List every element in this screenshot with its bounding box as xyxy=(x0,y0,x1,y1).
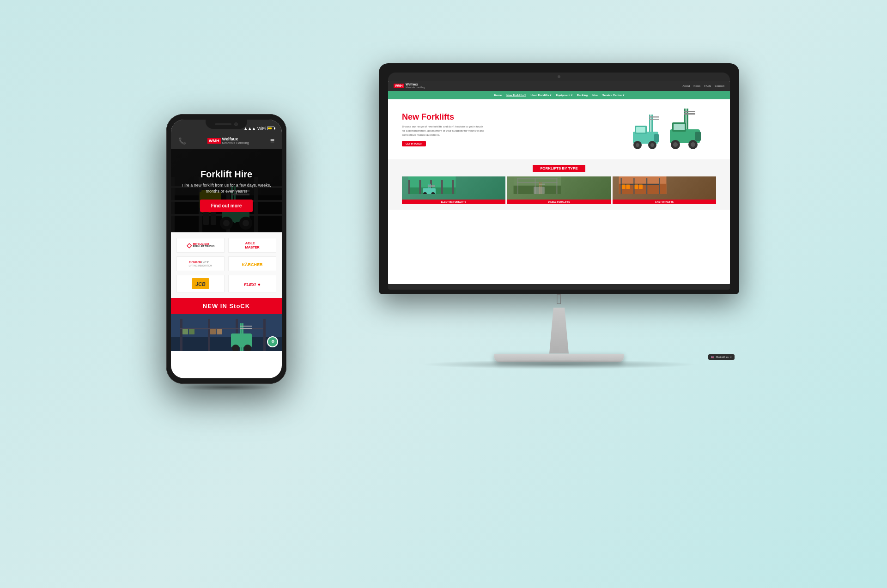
svg-rect-14 xyxy=(649,116,659,118)
iphone-speaker xyxy=(215,123,231,125)
mobile-hero-title: Forklift Hire xyxy=(200,169,252,180)
mobile-logo-sub: Materials Handling xyxy=(222,141,249,145)
site-topbar: WMH Welfaux Materials Handling About New… xyxy=(388,81,730,91)
svg-rect-42 xyxy=(517,178,518,194)
svg-rect-6 xyxy=(674,124,685,130)
mobile-logo: WMH Welfaux Materials Handling xyxy=(207,137,249,145)
nav-racking[interactable]: Racking xyxy=(577,94,588,97)
svg-rect-59 xyxy=(626,184,630,189)
iphone-device: ▲▲▲ WiFi 📞 WMH Welfaux Materials H xyxy=(166,114,286,391)
nav-home[interactable]: Home xyxy=(494,94,502,97)
site-topnav: About News FAQs Contact xyxy=(683,85,724,87)
topnav-contact[interactable]: Contact xyxy=(715,85,724,87)
mobile-logo-name: Welfaux xyxy=(222,137,249,141)
electric-forklifts-card[interactable]: ELECTRIC FORKLIFTS xyxy=(402,176,505,204)
brand-combilift: COMBiLIFT LIFTING INNOVATION xyxy=(176,256,225,271)
wifi-icon: WiFi xyxy=(257,126,266,131)
mitsubishi-logo: ◇ MITSUBISHI FORKLIFT TRUCKS xyxy=(187,242,215,249)
brand-flexi: FLEXI ● xyxy=(228,275,276,292)
site-logo-area: WMH Welfaux Materials Handling xyxy=(394,83,425,89)
notification-icon: ⚙ xyxy=(271,339,274,344)
svg-rect-18 xyxy=(636,127,645,133)
svg-rect-23 xyxy=(654,134,659,142)
imac-screen: WMH Welfaux Materials Handling About New… xyxy=(388,81,730,284)
svg-point-8 xyxy=(673,142,678,147)
topnav-news[interactable]: News xyxy=(693,85,700,87)
imac-shadow xyxy=(420,360,698,369)
topnav-about[interactable]: About xyxy=(683,85,690,87)
forklifts-grid: ELECTRIC FORKLIFTS xyxy=(402,176,716,204)
battery-icon xyxy=(267,127,274,130)
nav-service[interactable]: Service Centre ▾ xyxy=(602,93,624,97)
imac-bezel-top xyxy=(388,73,730,81)
nav-used-forklifts[interactable]: Used Forklifts ▾ xyxy=(530,93,551,97)
aisle-master-logo: AISLE MASTER xyxy=(245,241,260,249)
mobile-logo-text-area: Welfaux Materials Handling xyxy=(222,137,249,145)
svg-rect-26 xyxy=(408,180,410,194)
svg-rect-27 xyxy=(419,180,421,194)
mobile-hero-desc: Hire a new forklift from us for a few da… xyxy=(180,182,273,194)
nav-new-forklifts[interactable]: New Forklifts ▾ xyxy=(506,93,526,97)
svg-point-10 xyxy=(691,142,695,147)
site-logo-text-area: Welfaux Materials Handling xyxy=(406,83,425,89)
mobile-hero: Forklift Hire Hire a new forklift from u… xyxy=(171,149,282,232)
svg-rect-96 xyxy=(182,329,188,334)
signal-icon: ▲▲▲ xyxy=(243,126,256,131)
site-hero-image xyxy=(628,102,721,157)
mobile-hero-overlay: Forklift Hire Hire a new forklift from u… xyxy=(171,149,282,232)
diesel-forklift-img xyxy=(507,176,567,194)
svg-rect-89 xyxy=(180,319,182,351)
brand-jcb: JCB xyxy=(176,275,225,292)
mobile-find-out-btn[interactable]: Find out more xyxy=(200,200,253,212)
jcb-logo: JCB xyxy=(192,278,209,289)
svg-rect-90 xyxy=(208,319,210,351)
nav-equipment[interactable]: Equipment ▾ xyxy=(556,93,572,97)
section-title: FORKLIFTS BY TYPE xyxy=(533,165,585,172)
nav-hire[interactable]: Hire xyxy=(592,94,598,97)
svg-rect-29 xyxy=(441,180,443,194)
flexi-logo: FLEXI ● xyxy=(244,279,261,288)
mobile-menu-icon[interactable]: ≡ xyxy=(270,137,274,145)
site-logo-wmh: WMH xyxy=(394,84,404,88)
svg-point-22 xyxy=(650,143,654,147)
svg-rect-103 xyxy=(240,328,252,329)
imac-chin xyxy=(388,284,730,290)
brand-aisle-master: AISLE MASTER xyxy=(228,238,276,253)
svg-rect-15 xyxy=(649,119,659,120)
svg-rect-54 xyxy=(659,178,660,194)
mobile-logo-wmh: WMH xyxy=(207,138,221,144)
mobile-brands-section: ◇ MITSUBISHI FORKLIFT TRUCKS AISLE xyxy=(171,232,282,298)
hero-title-rest: Forklifts xyxy=(421,112,454,121)
mobile-stock-image: ⚙ xyxy=(171,314,282,351)
notification-badge: ⚙ xyxy=(267,336,278,347)
iphone-notch xyxy=(206,120,247,129)
diesel-forklifts-label[interactable]: DIESEL FORKLIFTS xyxy=(507,200,611,204)
electric-forklifts-label[interactable]: ELECTRIC FORKLIFTS xyxy=(402,200,505,204)
site-hero: New Forklifts Browse our range of new fo… xyxy=(388,99,730,159)
brand-mitsubishi: ◇ MITSUBISHI FORKLIFT TRUCKS xyxy=(176,238,225,253)
gas-forklifts-label[interactable]: GAS FORKLIFTS xyxy=(613,200,716,204)
svg-rect-41 xyxy=(517,182,557,182)
scene: WMH Welfaux Materials Handling About New… xyxy=(120,40,767,548)
mobile-call-icon[interactable]: 📞 xyxy=(178,137,186,145)
site-hero-cta[interactable]: GET IN TOUCH xyxy=(402,141,426,146)
iphone-shadow xyxy=(180,384,273,391)
gas-forklifts-card[interactable]: GAS FORKLIFTS xyxy=(613,176,716,204)
diesel-forklifts-card[interactable]: DIESEL FORKLIFTS xyxy=(507,176,611,204)
svg-rect-99 xyxy=(217,329,222,334)
svg-rect-53 xyxy=(646,178,647,194)
mobile-new-in-stock-btn[interactable]: NEW IN StoCK xyxy=(171,298,282,314)
svg-rect-40 xyxy=(517,178,557,179)
svg-rect-48 xyxy=(534,187,545,194)
forklifts-by-type-section: FORKLIFTS BY TYPE xyxy=(388,159,730,210)
svg-rect-60 xyxy=(635,184,638,189)
iphone-body: ▲▲▲ WiFi 📞 WMH Welfaux Materials H xyxy=(166,114,286,384)
svg-rect-102 xyxy=(240,326,252,327)
svg-rect-51 xyxy=(621,178,622,194)
svg-rect-33 xyxy=(428,185,435,186)
hero-title-red: New xyxy=(402,112,419,121)
svg-rect-11 xyxy=(695,132,701,141)
iphone-front-camera xyxy=(234,122,238,126)
topnav-faqs[interactable]: FAQs xyxy=(704,85,711,87)
svg-rect-3 xyxy=(684,113,695,115)
